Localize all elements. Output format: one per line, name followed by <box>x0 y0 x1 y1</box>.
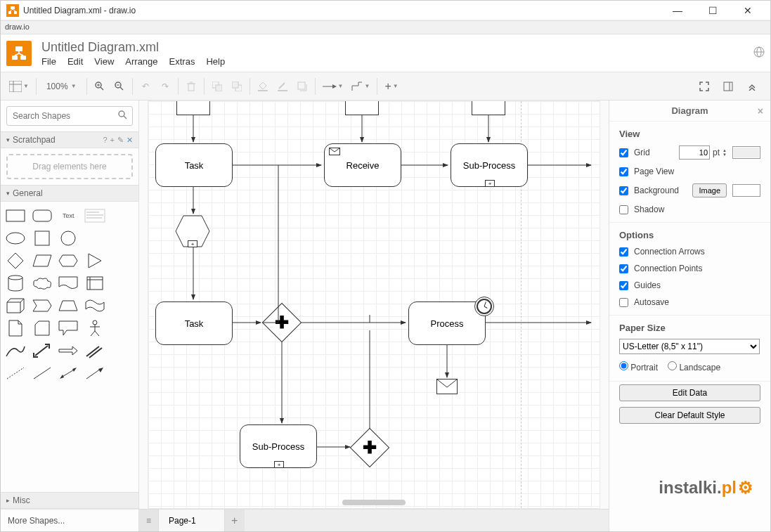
background-checkbox[interactable] <box>619 186 628 195</box>
node-subprocess[interactable]: Sub-Process + <box>451 143 528 187</box>
autosave-checkbox[interactable] <box>619 298 628 307</box>
line-color-button[interactable] <box>273 77 292 96</box>
node-stub[interactable] <box>345 101 379 115</box>
shape-textbox[interactable] <box>84 207 105 224</box>
node-receive[interactable]: Receive <box>324 143 401 187</box>
grid-size-input[interactable] <box>679 145 710 160</box>
shape-parallelogram[interactable] <box>32 252 53 269</box>
clear-style-button[interactable]: Clear Default Style <box>619 407 760 424</box>
shape-line[interactable] <box>32 365 53 382</box>
collapse-icon[interactable] <box>742 77 762 96</box>
edit-data-button[interactable]: Edit Data <box>619 384 760 401</box>
horizontal-scrollbar[interactable] <box>342 500 406 505</box>
add-page-button[interactable]: + <box>225 510 245 531</box>
to-front-button[interactable] <box>207 77 227 96</box>
view-mode-button[interactable]: ▼ <box>5 77 33 96</box>
background-image-button[interactable]: Image <box>692 183 727 197</box>
language-icon[interactable] <box>753 46 765 60</box>
landscape-radio[interactable]: Landscape <box>668 361 720 372</box>
node-subprocess2[interactable]: Sub-Process + <box>240 424 317 468</box>
shape-triangle[interactable] <box>84 252 105 269</box>
stepper-down[interactable]: ▼ <box>723 153 727 157</box>
shape-note[interactable] <box>5 320 26 337</box>
add-icon[interactable]: + <box>110 136 115 144</box>
minimize-button[interactable]: — <box>666 4 689 18</box>
paper-size-select[interactable]: US-Letter (8,5" x 11") <box>619 339 760 354</box>
close-panel-icon[interactable]: × <box>758 105 763 117</box>
shape-curve[interactable] <box>5 342 26 359</box>
menu-file[interactable]: File <box>41 56 56 67</box>
shape-square[interactable] <box>32 230 53 247</box>
conn-arrows-checkbox[interactable] <box>619 247 628 257</box>
page-tab-1[interactable]: Page-1 <box>159 510 225 531</box>
pageview-checkbox[interactable] <box>619 167 628 176</box>
format-panel-icon[interactable] <box>718 77 738 96</box>
menu-arrange[interactable]: Arrange <box>125 56 157 67</box>
shape-text[interactable]: Text <box>58 207 79 224</box>
shape-rectangle[interactable] <box>5 207 26 224</box>
maximize-button[interactable]: ☐ <box>701 4 724 18</box>
message-icon[interactable] <box>436 379 458 396</box>
menu-view[interactable]: View <box>94 56 114 67</box>
shape-cylinder[interactable] <box>5 275 26 292</box>
shape-bidir-arrow[interactable] <box>32 342 53 359</box>
shape-directional[interactable] <box>84 365 105 382</box>
connection-style-button[interactable]: ▼ <box>318 77 348 96</box>
shape-hexagon[interactable] <box>58 252 79 269</box>
edit-icon[interactable]: ✎ <box>117 136 124 145</box>
shape-trapezoid[interactable] <box>58 297 79 314</box>
shadow-checkbox[interactable] <box>619 205 628 214</box>
general-header[interactable]: ▾ General <box>1 185 138 202</box>
close-scratchpad-icon[interactable]: ✕ <box>127 136 133 145</box>
shape-arrow[interactable] <box>58 342 79 359</box>
node-gateway2[interactable]: ✚ <box>350 428 390 468</box>
menu-edit[interactable]: Edit <box>67 56 83 67</box>
search-icon[interactable] <box>118 110 128 122</box>
delete-button[interactable] <box>181 77 201 96</box>
redo-button[interactable]: ↷ <box>155 77 175 96</box>
shape-link[interactable] <box>84 342 105 359</box>
shape-dashed-line[interactable] <box>5 365 26 382</box>
shape-cloud[interactable] <box>32 275 53 292</box>
document-title[interactable]: Untitled Diagram.xml <box>41 40 225 55</box>
insert-button[interactable]: +▼ <box>380 77 402 96</box>
search-input[interactable] <box>13 111 118 121</box>
shape-step[interactable] <box>32 297 53 314</box>
portrait-radio[interactable]: Portrait <box>619 361 658 372</box>
conn-points-checkbox[interactable] <box>619 264 628 273</box>
shape-card[interactable] <box>32 320 53 337</box>
canvas[interactable]: Task Receive Sub-Process + + Task ✚ <box>148 100 600 509</box>
more-shapes-button[interactable]: More Shapes... <box>1 509 138 531</box>
shape-circle[interactable] <box>58 230 79 247</box>
page-menu-icon[interactable]: ≡ <box>139 510 159 531</box>
background-color-swatch[interactable] <box>732 184 760 197</box>
close-button[interactable]: ✕ <box>737 4 759 18</box>
shape-bidir-connector[interactable] <box>58 365 79 382</box>
zoom-out-button[interactable] <box>110 77 129 96</box>
fill-color-button[interactable] <box>253 77 273 96</box>
shape-ellipse[interactable] <box>5 230 26 247</box>
shape-cube[interactable] <box>5 297 26 314</box>
node-stub[interactable] <box>176 101 210 115</box>
shape-document[interactable] <box>58 275 79 292</box>
node-task[interactable]: Task <box>155 143 233 187</box>
scratchpad-header[interactable]: ▾ Scratchpad ? + ✎ ✕ <box>1 131 138 148</box>
shape-rounded-rect[interactable] <box>32 207 53 224</box>
misc-header[interactable]: ▸ Misc <box>1 492 138 509</box>
zoom-dropdown[interactable]: 100% ▼ <box>39 82 84 91</box>
node-hexagon[interactable]: + <box>175 215 210 246</box>
shape-callout[interactable] <box>58 320 79 337</box>
node-gateway[interactable]: ✚ <box>262 303 302 343</box>
grid-color-swatch[interactable] <box>732 146 760 159</box>
node-task2[interactable]: Task <box>155 301 233 345</box>
menu-help[interactable]: Help <box>206 56 225 67</box>
help-icon[interactable]: ? <box>103 136 107 144</box>
to-back-button[interactable] <box>227 77 247 96</box>
grid-checkbox[interactable] <box>619 148 628 157</box>
scratchpad-dropzone[interactable]: Drag elements here <box>6 154 133 179</box>
shadow-button[interactable] <box>292 77 312 96</box>
node-stub[interactable] <box>472 101 505 115</box>
shape-diamond[interactable] <box>5 252 26 269</box>
zoom-in-button[interactable] <box>90 77 110 96</box>
waypoint-style-button[interactable]: ▼ <box>347 77 374 96</box>
